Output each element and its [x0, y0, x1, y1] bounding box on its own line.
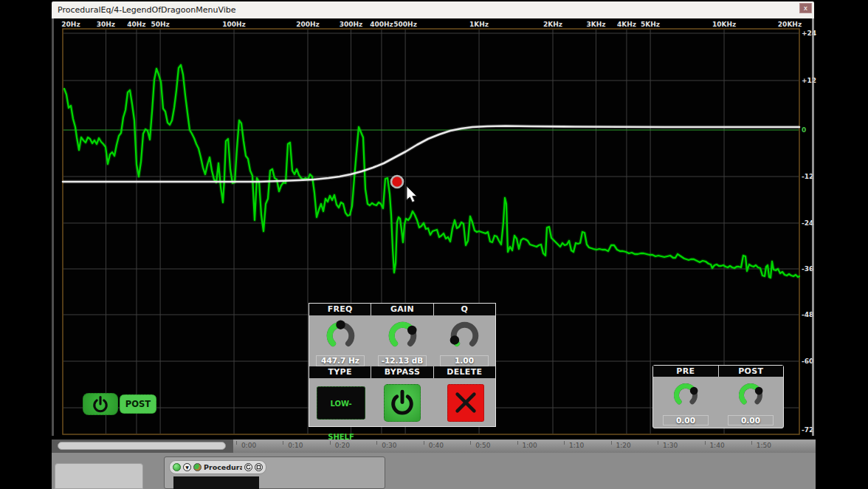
timeline-label: 1:30 — [658, 442, 683, 449]
type-header: TYPE — [309, 366, 371, 378]
q-header: Q — [433, 304, 495, 315]
plugin-title: Procedura... — [204, 463, 242, 471]
pre-gain-knob[interactable] — [671, 380, 700, 413]
gain-knob[interactable] — [385, 318, 420, 356]
q-value[interactable]: 1.00 — [440, 355, 489, 366]
plugin-mini-window: ▼ Procedura... — [164, 456, 385, 489]
power-icon — [92, 395, 109, 414]
post-gain-knob[interactable] — [736, 380, 765, 413]
svg-text:20Hz: 20Hz — [61, 21, 80, 28]
q-knob[interactable] — [447, 318, 482, 356]
screen: 20Hz30Hz40Hz50Hz100Hz200Hz300Hz400Hz500H… — [0, 0, 868, 489]
svg-text:500Hz: 500Hz — [393, 21, 417, 28]
freq-knob[interactable] — [323, 318, 358, 356]
freq-value[interactable]: 447.7 Hz — [316, 355, 365, 366]
filter-type-button[interactable]: LOW-SHELF — [317, 386, 365, 420]
gain-header: GAIN — [371, 304, 433, 315]
freq-header: FREQ — [309, 304, 371, 315]
plugin-display — [173, 476, 259, 489]
timeline-label: 0:30 — [376, 442, 402, 449]
svg-text:300Hz: 300Hz — [340, 21, 363, 28]
timeline-label: 0:50 — [470, 442, 495, 449]
timeline-label: 1:00 — [517, 442, 542, 449]
gain-value[interactable]: -12.13 dB — [378, 355, 427, 366]
post-toggle-button[interactable]: POST — [120, 394, 156, 414]
svg-text:10KHz: 10KHz — [712, 21, 736, 28]
timeline-label: 0:10 — [283, 442, 308, 449]
bypass-button[interactable] — [384, 384, 421, 422]
svg-text:4KHz: 4KHz — [617, 21, 636, 28]
output-gain-panel: PRE POST 0.00 0.00 — [652, 365, 784, 428]
timeline-label: 1:10 — [564, 442, 589, 449]
pre-gain-value[interactable]: 0.00 — [663, 415, 709, 425]
bypass-header: BYPASS — [371, 366, 433, 378]
svg-text:50Hz: 50Hz — [151, 21, 169, 28]
svg-text:2KHz: 2KHz — [543, 21, 562, 28]
power-icon — [389, 389, 416, 418]
post-gain-value[interactable]: 0.00 — [728, 415, 774, 425]
close-button[interactable]: x — [799, 3, 812, 13]
timeline-label: 0:40 — [424, 442, 449, 449]
dropdown-arrow-icon[interactable]: ▼ — [183, 463, 191, 471]
svg-text:3KHz: 3KHz — [586, 21, 605, 28]
monitor-power-button[interactable] — [83, 393, 118, 415]
svg-text:100Hz: 100Hz — [222, 21, 246, 28]
svg-text:0: 0 — [802, 126, 806, 134]
svg-text:40Hz: 40Hz — [127, 21, 145, 28]
svg-text:+12: +12 — [802, 77, 816, 84]
host-dock: ▼ Procedura... — [52, 453, 816, 489]
svg-text:1KHz: 1KHz — [469, 21, 489, 28]
enable-led-icon[interactable] — [173, 463, 181, 471]
svg-text:400Hz: 400Hz — [370, 21, 393, 28]
timeline-label: 0:20 — [330, 442, 355, 449]
scrollbar-thumb[interactable] — [58, 442, 226, 450]
x-icon — [452, 389, 480, 417]
timeline-label: 1:20 — [611, 442, 636, 449]
band-panel: FREQ GAIN Q 447.7 Hz -12.13 dB 1.00 TYPE… — [309, 303, 496, 427]
timeline-label: 0:00 — [236, 442, 261, 449]
svg-text:200Hz: 200Hz — [296, 21, 320, 28]
delete-header: DELETE — [433, 366, 495, 378]
svg-text:5KHz: 5KHz — [641, 21, 660, 28]
timeline-label: 1:50 — [751, 442, 776, 449]
title-bar: ProceduralEq/4-LegendOfDragoonMenuVibe x — [52, 1, 814, 18]
refresh-icon[interactable] — [244, 463, 252, 471]
horizontal-scrollbar[interactable] — [52, 440, 233, 453]
delete-button[interactable] — [447, 384, 484, 422]
svg-text:20KHz: 20KHz — [778, 21, 802, 28]
plugin-toolbar: ▼ Procedura... — [169, 460, 266, 474]
timeline-ruler[interactable]: 0:000:100:200:300:400:501:001:101:201:30… — [233, 440, 816, 453]
svg-text:30Hz: 30Hz — [97, 21, 115, 28]
post-header: POST — [718, 366, 784, 377]
band-handle[interactable] — [391, 176, 403, 188]
window-right-edge — [812, 18, 814, 436]
dock-left-panel — [55, 463, 143, 489]
timeline-label: 1:40 — [705, 442, 730, 449]
window-left-edge — [52, 18, 54, 436]
save-icon[interactable] — [255, 463, 263, 471]
svg-text:+24: +24 — [802, 30, 816, 37]
plugin-icon — [193, 463, 202, 471]
window-title: ProceduralEq/4-LegendOfDragoonMenuVibe — [58, 1, 236, 18]
pre-header: PRE — [653, 366, 718, 377]
